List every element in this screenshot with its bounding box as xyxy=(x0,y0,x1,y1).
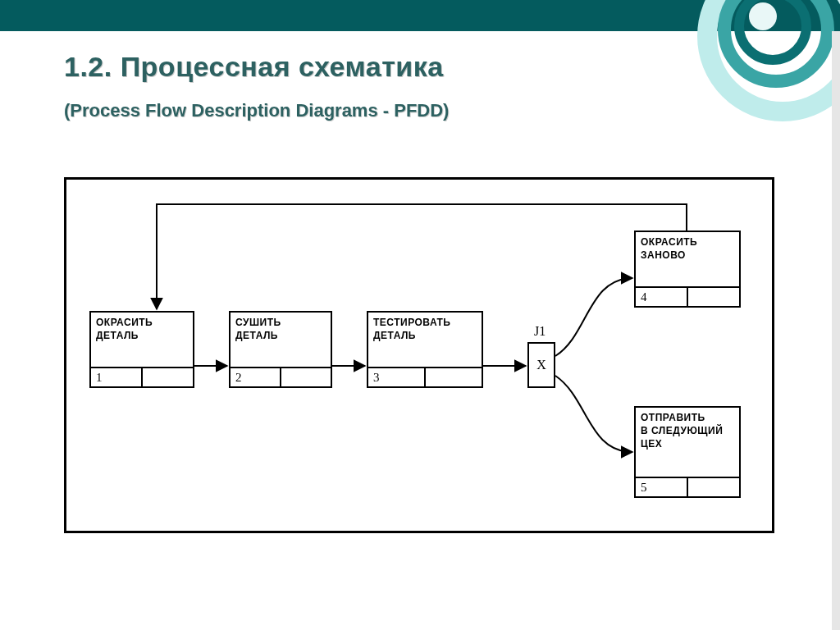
uow-box-dry-part: СУШИТЬ ДЕТАЛЬ 2 xyxy=(229,311,332,388)
uow-title-line: ДЕТАЛЬ xyxy=(373,329,477,342)
slide-title: 1.2. Процессная схематика xyxy=(64,51,444,83)
uow-box-send-next: ОТПРАВИТЬ В СЛЕДУЮЩИЙ ЦЕХ 5 xyxy=(634,406,741,498)
uow-number: 4 xyxy=(636,288,688,306)
uow-title-line: В СЛЕДУЮЩИЙ xyxy=(641,424,734,437)
uow-title-line: ОТПРАВИТЬ xyxy=(641,411,734,424)
uow-box-test-part: ТЕСТИРОВАТЬ ДЕТАЛЬ 3 xyxy=(367,311,483,388)
uow-empty-cell xyxy=(688,478,739,496)
uow-empty-cell xyxy=(426,368,482,386)
diagram-frame: ОКРАСИТЬ ДЕТАЛЬ 1 СУШИТЬ ДЕТАЛЬ 2 ТЕСТИР… xyxy=(64,177,774,533)
slide-subtitle: (Process Flow Description Diagrams - PFD… xyxy=(64,100,449,121)
uow-title-line: ДЕТАЛЬ xyxy=(235,329,326,342)
uow-title-line: ОКРАСИТЬ xyxy=(641,235,734,249)
junction-box: X xyxy=(527,342,555,388)
slide-right-rail xyxy=(832,31,840,630)
uow-title-line: ТЕСТИРОВАТЬ xyxy=(373,316,477,329)
uow-title-line: ЗАНОВО xyxy=(641,249,734,262)
uow-number: 1 xyxy=(91,368,143,386)
uow-title-line: ДЕТАЛЬ xyxy=(96,329,188,342)
uow-title-line: СУШИТЬ xyxy=(235,316,326,329)
uow-number: 5 xyxy=(636,478,688,496)
spiral-decoration xyxy=(697,0,829,82)
uow-title-line: ОКРАСИТЬ xyxy=(96,316,188,329)
uow-empty-cell xyxy=(143,368,193,386)
uow-number: 2 xyxy=(231,368,281,386)
uow-box-paint-part: ОКРАСИТЬ ДЕТАЛЬ 1 xyxy=(89,311,194,388)
uow-number: 3 xyxy=(368,368,426,386)
junction-label: J1 xyxy=(534,324,546,339)
uow-empty-cell xyxy=(688,288,739,306)
uow-title-line: ЦЕХ xyxy=(641,437,734,450)
uow-empty-cell xyxy=(281,368,331,386)
uow-box-repaint: ОКРАСИТЬ ЗАНОВО 4 xyxy=(634,231,741,308)
